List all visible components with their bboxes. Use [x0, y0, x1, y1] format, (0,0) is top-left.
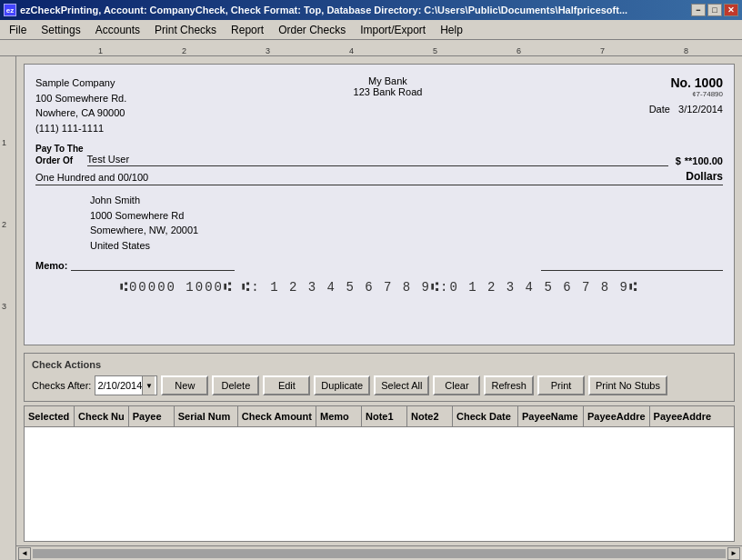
col-payee: Payee [129, 406, 175, 426]
ruler-mark-4: 4 [349, 46, 354, 55]
menu-import-export[interactable]: Import/Export [353, 22, 433, 38]
menu-order-checks[interactable]: Order Checks [271, 22, 353, 38]
main-area: 1 2 3 Sample Company 100 Somewhere Rd. N… [0, 56, 742, 560]
company-city: Nowhere, CA 90000 [35, 105, 126, 121]
col-serial-num: Serial Num [175, 406, 238, 426]
ruler-mark-6: 6 [516, 46, 521, 55]
bank-name: My Bank [354, 75, 423, 86]
date-dropdown-arrow[interactable]: ▼ [142, 376, 155, 395]
content-area: Sample Company 100 Somewhere Rd. Nowhere… [16, 56, 742, 560]
col-selected: Selected [25, 406, 75, 426]
check-actions: Check Actions Checks After: 2/10/2014 ▼ … [24, 353, 735, 402]
bank-info: My Bank 123 Bank Road [354, 75, 423, 135]
ruler-mark-3: 3 [266, 46, 270, 55]
address-line1: 1000 Somewhere Rd [90, 208, 723, 224]
select-all-button[interactable]: Select All [374, 375, 429, 395]
print-no-stubs-button[interactable]: Print No Stubs [588, 375, 667, 395]
col-payee-name: PayeeName [518, 406, 584, 426]
amount-words-text: One Hundred and 00/100 [35, 172, 678, 183]
dollar-sign: $ [676, 155, 681, 166]
horizontal-scrollbar: ◄ ► [16, 545, 742, 560]
grid-area: Selected Check Nu Payee Serial Num Check… [24, 405, 735, 542]
address-line3: United States [90, 238, 723, 254]
company-info: Sample Company 100 Somewhere Rd. Nowhere… [35, 75, 126, 135]
edit-button[interactable]: Edit [263, 375, 310, 395]
date-dropdown-value: 2/10/2014 [97, 380, 142, 391]
memo-label: Memo: [35, 260, 67, 271]
vertical-ruler: 1 2 3 [0, 56, 16, 560]
minimize-button[interactable]: − [691, 4, 706, 16]
v-ruler-mark-2: 2 [2, 220, 6, 229]
delete-button[interactable]: Delete [212, 375, 259, 395]
routing-number: ¢7-74890 [649, 90, 723, 98]
check-number-area: No. 1000 ¢7-74890 Date 3/12/2014 [649, 75, 723, 135]
bank-address: 123 Bank Road [354, 86, 423, 97]
pay-to-label: Pay To TheOrder Of [35, 143, 84, 166]
checks-after-label: Checks After: [32, 380, 91, 391]
menu-bar: File Settings Accounts Print Checks Repo… [0, 20, 742, 40]
grid-header: Selected Check Nu Payee Serial Num Check… [25, 406, 734, 427]
col-note1: Note1 [362, 406, 407, 426]
col-note2: Note2 [407, 406, 453, 426]
duplicate-button[interactable]: Duplicate [314, 375, 370, 395]
amount-value: **100.00 [685, 155, 723, 166]
date-value: 3/12/2014 [678, 104, 723, 115]
col-check-date: Check Date [453, 406, 518, 426]
menu-file[interactable]: File [2, 22, 34, 38]
col-payee-addre-1: PayeeAddre [584, 406, 650, 426]
micr-line: ⑆00000 1000⑆ ⑆: 1 2 3 4 5 6 7 8 9⑆:0 1 2… [35, 280, 723, 295]
window-title: ezCheckPrinting, Account: CompanyCheck, … [20, 5, 627, 15]
clear-button[interactable]: Clear [433, 375, 480, 395]
amount-box: $ **100.00 [676, 155, 723, 166]
col-check-nu: Check Nu [75, 406, 129, 426]
payee-name: Test User [87, 154, 129, 165]
title-bar: ez ezCheckPrinting, Account: CompanyChec… [0, 0, 742, 20]
ruler-mark-2: 2 [182, 46, 186, 55]
ruler-mark-5: 5 [433, 46, 437, 55]
pay-to-line: Test User [87, 154, 668, 166]
scroll-right-button[interactable]: ► [727, 547, 740, 560]
payee-address: John Smith 1000 Somewhere Rd Somewhere, … [90, 193, 723, 253]
new-button[interactable]: New [161, 375, 208, 395]
menu-report[interactable]: Report [224, 22, 271, 38]
date-label: Date [649, 104, 670, 115]
title-bar-left: ez ezCheckPrinting, Account: CompanyChec… [4, 4, 627, 16]
menu-print-checks[interactable]: Print Checks [147, 22, 224, 38]
amount-words: One Hundred and 00/100 Dollars [35, 170, 723, 185]
ruler: 1 2 3 4 5 6 7 8 [0, 40, 742, 56]
col-payee-addre-2: PayeeAddre [650, 406, 716, 426]
signature-line [541, 270, 723, 271]
pay-to-section: Pay To TheOrder Of Test User $ **100.00 [35, 143, 723, 166]
ruler-mark-1: 1 [98, 46, 103, 55]
address-line2: Somewhere, NW, 20001 [90, 223, 723, 238]
menu-accounts[interactable]: Accounts [88, 22, 147, 38]
print-button[interactable]: Print [537, 375, 585, 395]
refresh-button[interactable]: Refresh [484, 375, 534, 395]
memo-line [71, 270, 235, 271]
col-check-amount: Check Amount [238, 406, 316, 426]
check-header: Sample Company 100 Somewhere Rd. Nowhere… [35, 75, 723, 135]
menu-help[interactable]: Help [433, 22, 470, 38]
scroll-left-button[interactable]: ◄ [18, 547, 31, 560]
ruler-mark-8: 8 [684, 46, 688, 55]
date-line: Date 3/12/2014 [649, 104, 723, 115]
v-ruler-mark-1: 1 [2, 138, 6, 147]
app-icon: ez [4, 4, 16, 16]
company-address1: 100 Somewhere Rd. [35, 91, 126, 106]
memo-section: Memo: [35, 260, 723, 271]
maximize-button[interactable]: □ [707, 4, 722, 16]
v-ruler-mark-3: 3 [2, 302, 6, 311]
company-phone: (111) 111-1111 [35, 121, 126, 136]
actions-row: Checks After: 2/10/2014 ▼ New Delete Edi… [32, 375, 727, 395]
title-bar-controls: − □ ✕ [691, 4, 738, 16]
dollars-label: Dollars [686, 170, 723, 183]
check-actions-title: Check Actions [32, 359, 727, 370]
menu-settings[interactable]: Settings [34, 22, 87, 38]
close-button[interactable]: ✕ [724, 4, 738, 16]
address-name: John Smith [90, 193, 723, 208]
scroll-track[interactable] [33, 549, 726, 558]
check-preview: Sample Company 100 Somewhere Rd. Nowhere… [24, 64, 735, 345]
col-memo: Memo [316, 406, 362, 426]
check-number: No. 1000 [649, 75, 723, 90]
date-dropdown[interactable]: 2/10/2014 ▼ [95, 375, 157, 395]
